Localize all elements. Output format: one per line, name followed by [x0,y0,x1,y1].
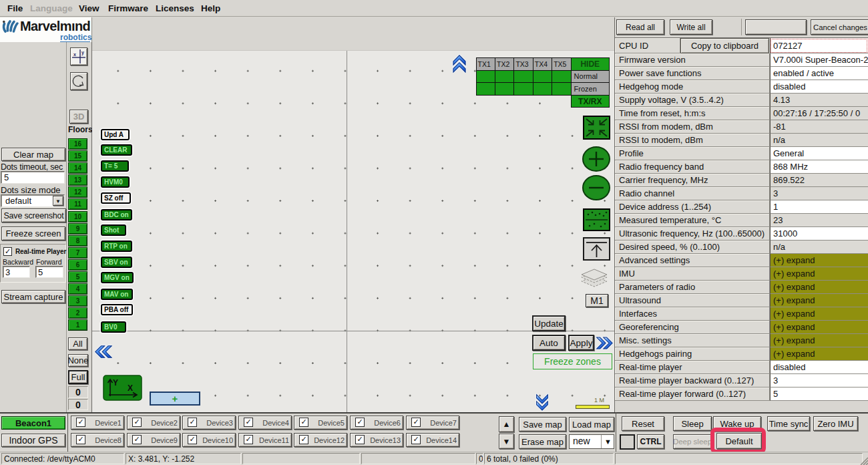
svg-text:Y: Y [113,378,118,388]
svg-text:y: y [81,50,84,55]
svg-text:x: x [73,52,76,57]
svg-text:X: X [128,383,133,393]
